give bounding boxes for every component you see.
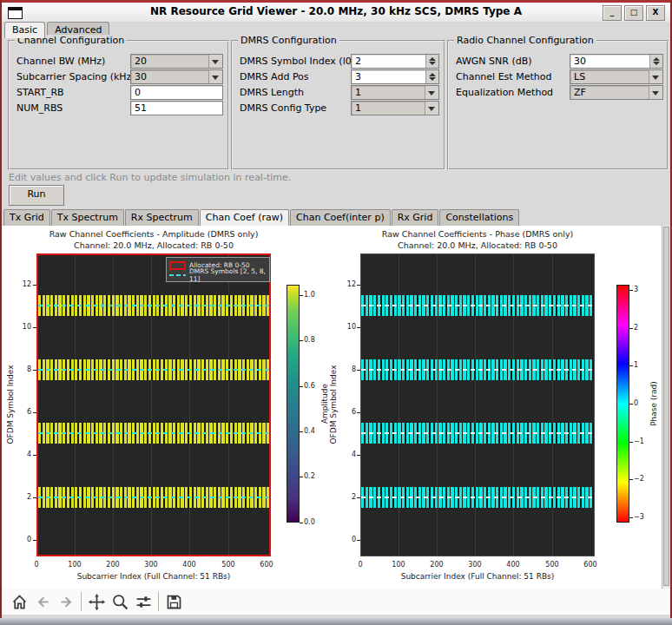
plot-toolbar: [2, 589, 670, 615]
colorbar-tick: 0.6: [304, 382, 315, 390]
tab-chan-coef-interp[interactable]: Chan Coef(inter p): [290, 209, 391, 226]
radio-config-group: Radio Channel Configuration AWGN SNR (dB…: [447, 40, 669, 170]
tab-chan-coef-raw[interactable]: Chan Coef (raw): [200, 209, 289, 226]
window-frame-bottom[interactable]: [0, 618, 672, 625]
tab-rx-grid[interactable]: Rx Grid: [392, 209, 439, 226]
equalization-method-value: ZF: [574, 87, 586, 98]
allocated-rb-swatch: [169, 261, 186, 270]
dropdown-arrow-icon[interactable]: [425, 86, 438, 99]
scs-label: Subcarrier Spacing (kHz): [16, 71, 135, 82]
channel-est-method-value: LS: [574, 71, 585, 82]
plot-tab-bar: Tx Grid Tx Spectrum Rx Spectrum Chan Coe…: [3, 209, 520, 226]
dmrs-length-combobox[interactable]: 1: [351, 85, 439, 100]
close-button[interactable]: X: [646, 5, 665, 21]
dmrs-symbol-index-spinbox[interactable]: 2: [351, 54, 439, 69]
tick-mark: [629, 365, 633, 366]
dmrs-add-pos-value: 3: [355, 71, 361, 82]
dmrs-row-symbol-2: [361, 487, 594, 508]
tab-rx-spectrum[interactable]: Rx Spectrum: [125, 209, 199, 226]
y-tick: 12: [14, 280, 31, 288]
x-tick: 100: [62, 561, 88, 569]
dmrs-symbol-index-value: 2: [355, 56, 361, 67]
awgn-snr-value: 30: [574, 56, 586, 67]
y-tick: 6: [14, 408, 31, 416]
toolbar-separator: [81, 592, 82, 611]
equalization-method-combobox[interactable]: ZF: [570, 85, 663, 100]
channel-bw-value: 20: [135, 56, 147, 67]
phase-plot-subtitle: Channel: 20.0 MHz, Allocated: RB 0-50: [360, 240, 595, 250]
pan-icon[interactable]: [86, 591, 107, 612]
tick-mark: [33, 540, 36, 541]
x-tick: 100: [385, 561, 412, 569]
back-icon[interactable]: [32, 591, 53, 612]
zoom-icon[interactable]: [109, 591, 130, 612]
subplots-config-icon[interactable]: [133, 591, 154, 612]
awgn-snr-spinbox[interactable]: 30: [570, 54, 663, 69]
dmrs-symbol-line: [361, 497, 594, 498]
dmrs-row-symbol-8: [38, 359, 269, 380]
phase-heatmap[interactable]: [360, 253, 595, 556]
spinbox-arrows-icon[interactable]: [425, 55, 438, 68]
tick-mark: [629, 442, 633, 443]
dropdown-arrow-icon[interactable]: [649, 86, 662, 99]
dropdown-arrow-icon[interactable]: [425, 102, 438, 115]
run-button[interactable]: Run: [9, 185, 64, 206]
y-tick: 0: [339, 536, 356, 543]
dmrs-row-symbol-11: [38, 295, 269, 316]
dmrs-symbol-line: [38, 369, 269, 371]
y-tick: 2: [14, 493, 31, 501]
colorbar-tick: 2: [634, 324, 638, 332]
tick-mark: [629, 290, 633, 291]
num-rbs-value: 51: [135, 102, 147, 114]
dmrs-symbol-line: [38, 497, 269, 498]
dmrs-symbol-line: [361, 432, 594, 434]
x-tick: 600: [254, 561, 280, 569]
forward-icon[interactable]: [56, 591, 76, 612]
num-rbs-field[interactable]: 51: [130, 101, 223, 115]
phase-xlabel: Subcarrier Index (Full Channel: 51 RBs): [360, 572, 595, 581]
tick-mark: [300, 477, 303, 477]
dropdown-arrow-icon[interactable]: [208, 70, 222, 83]
title-bar[interactable]: NR Resource Grid Viewer - 20.0 MHz, 30 k…: [2, 3, 670, 22]
dmrs-add-pos-spinbox[interactable]: 3: [351, 69, 439, 84]
y-tick: 6: [339, 408, 356, 416]
tab-tx-spectrum[interactable]: Tx Spectrum: [51, 209, 124, 226]
x-tick: 600: [577, 561, 603, 569]
tab-basic[interactable]: Basic: [4, 22, 45, 38]
x-tick: 500: [539, 561, 565, 569]
tab-constellations[interactable]: Constellations: [439, 209, 519, 226]
spinbox-arrows-icon[interactable]: [649, 55, 662, 68]
start-rb-field[interactable]: 0: [130, 85, 223, 100]
tick-mark: [357, 412, 360, 413]
amplitude-colorbar-label: Amplitude: [320, 384, 329, 424]
amplitude-heatmap[interactable]: [36, 253, 271, 556]
save-icon[interactable]: [163, 591, 184, 612]
tick-mark: [33, 497, 36, 498]
scs-combobox[interactable]: 30: [130, 69, 223, 84]
figure-canvas[interactable]: Raw Channel Coefficients - Amplitude (DM…: [2, 226, 662, 589]
dmrs-length-label: DMRS Length: [240, 87, 304, 98]
channel-bw-combobox[interactable]: 20: [130, 54, 223, 69]
minimize-button[interactable]: _: [603, 5, 622, 21]
dmrs-config-type-combobox[interactable]: 1: [351, 101, 439, 115]
dmrs-symbol-line: [361, 305, 594, 306]
colorbar-tick: −2: [634, 475, 644, 483]
x-tick: 0: [23, 561, 49, 569]
channel-config-group: Channel Configuration Channel BW (MHz) 2…: [8, 40, 229, 170]
spinbox-arrows-icon[interactable]: [425, 70, 438, 83]
maximize-button[interactable]: □: [624, 5, 643, 21]
scrollbar-thumb[interactable]: [663, 227, 669, 586]
colorbar-tick: 3: [634, 286, 638, 293]
dropdown-arrow-icon[interactable]: [208, 55, 222, 68]
tab-tx-grid[interactable]: Tx Grid: [3, 209, 50, 226]
channel-est-method-combobox[interactable]: LS: [570, 69, 663, 84]
dmrs-symbol-line: [38, 432, 269, 434]
dropdown-arrow-icon[interactable]: [649, 70, 662, 83]
tick-mark: [33, 327, 36, 328]
home-icon[interactable]: [9, 591, 30, 612]
tick-mark: [300, 523, 303, 523]
canvas-scrollbar[interactable]: [662, 226, 670, 589]
phase-plot-title: Raw Channel Coefficients - Phase (DMRS o…: [360, 229, 595, 239]
y-tick: 0: [14, 536, 31, 543]
x-tick: 0: [347, 561, 373, 569]
